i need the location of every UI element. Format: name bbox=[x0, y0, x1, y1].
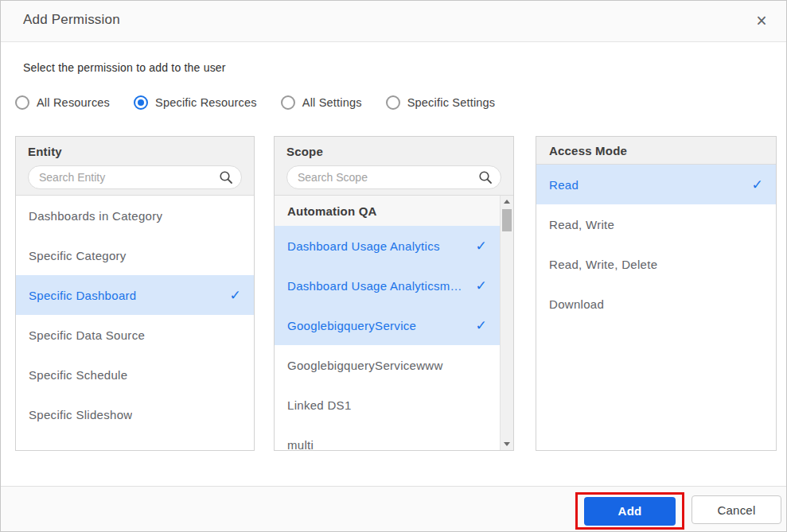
search-icon bbox=[219, 170, 233, 184]
cancel-button[interactable]: Cancel bbox=[692, 495, 781, 524]
entity-search-input[interactable] bbox=[28, 165, 242, 189]
list-item-selected[interactable]: GooglebigqueryService ✓ bbox=[275, 305, 500, 345]
list-item[interactable]: Specific Category bbox=[16, 235, 254, 275]
access-mode-panel: Access Mode Read ✓ Read, Write Read, Wri… bbox=[536, 136, 777, 451]
add-permission-dialog: Add Permission × Select the permission t… bbox=[0, 0, 787, 532]
radio-all-settings[interactable]: All Settings bbox=[281, 95, 362, 110]
list-item[interactable]: Dashboards in Category bbox=[16, 196, 254, 235]
access-mode-panel-title: Access Mode bbox=[536, 137, 776, 165]
scope-panel-header: Scope bbox=[275, 137, 513, 196]
radio-label: All Resources bbox=[37, 96, 110, 109]
permission-type-radio-group: All Resources Specific Resources All Set… bbox=[15, 93, 495, 112]
dialog-subtitle: Select the permission to add to the user bbox=[23, 61, 226, 74]
radio-icon bbox=[15, 95, 29, 110]
scope-search bbox=[286, 165, 501, 189]
dialog-footer: Add Cancel bbox=[1, 486, 786, 531]
check-icon: ✓ bbox=[475, 278, 487, 294]
entity-list: Dashboards in Category Specific Category… bbox=[16, 196, 254, 450]
radio-label: Specific Settings bbox=[407, 96, 496, 109]
list-item[interactable]: Specific Data Source bbox=[16, 315, 254, 355]
scope-search-input[interactable] bbox=[286, 165, 501, 189]
scrollbar-up-arrow-icon[interactable] bbox=[501, 196, 513, 208]
entity-panel-header: Entity bbox=[16, 137, 254, 196]
list-item[interactable]: Download bbox=[536, 284, 776, 324]
list-item-selected[interactable]: Dashboard Usage Analyticsm… ✓ bbox=[275, 266, 500, 305]
check-icon: ✓ bbox=[229, 287, 241, 304]
list-item[interactable]: Read, Write, Delete bbox=[536, 244, 776, 284]
check-icon: ✓ bbox=[751, 177, 763, 193]
check-icon: ✓ bbox=[475, 238, 487, 254]
scrollbar-thumb[interactable] bbox=[502, 209, 512, 231]
list-item[interactable]: Specific Slideshow bbox=[16, 394, 254, 434]
radio-selected-icon bbox=[134, 95, 148, 110]
entity-panel-title: Entity bbox=[28, 145, 242, 158]
list-item-selected[interactable]: Dashboard Usage Analytics ✓ bbox=[275, 226, 500, 266]
list-item-selected[interactable]: Specific Dashboard ✓ bbox=[16, 275, 254, 315]
radio-label: Specific Resources bbox=[155, 96, 257, 109]
add-button[interactable]: Add bbox=[584, 497, 676, 526]
radio-label: All Settings bbox=[302, 96, 362, 109]
entity-panel: Entity Dashboards in Category Specific C… bbox=[15, 136, 255, 451]
scope-panel-title: Scope bbox=[286, 145, 501, 158]
scope-scrollbar[interactable] bbox=[500, 196, 513, 450]
radio-specific-resources[interactable]: Specific Resources bbox=[134, 95, 257, 110]
annotation-highlight-box: Add bbox=[575, 492, 684, 530]
radio-icon bbox=[386, 95, 400, 110]
list-item[interactable]: multi bbox=[275, 425, 500, 450]
close-icon[interactable]: × bbox=[750, 9, 773, 33]
list-item-selected[interactable]: Read ✓ bbox=[536, 165, 776, 204]
list-item[interactable]: Read, Write bbox=[536, 204, 776, 244]
radio-all-resources[interactable]: All Resources bbox=[15, 95, 110, 110]
radio-icon bbox=[281, 95, 295, 110]
scope-group-header: Automation QA bbox=[275, 196, 500, 226]
list-item[interactable]: Linked DS1 bbox=[275, 385, 500, 425]
radio-specific-settings[interactable]: Specific Settings bbox=[386, 95, 496, 110]
list-item[interactable]: Specific Schedule bbox=[16, 355, 254, 394]
dialog-header: Add Permission × bbox=[1, 1, 786, 42]
scope-panel: Scope Automation QA Dashboard Usage Anal… bbox=[274, 136, 514, 451]
list-item[interactable]: GooglebigqueryServicewww bbox=[275, 345, 500, 385]
entity-search bbox=[28, 165, 242, 189]
dialog-title: Add Permission bbox=[23, 12, 120, 28]
access-mode-list: Read ✓ Read, Write Read, Write, Delete D… bbox=[536, 165, 776, 450]
scope-list: Automation QA Dashboard Usage Analytics … bbox=[275, 196, 500, 450]
search-icon bbox=[478, 170, 493, 184]
scrollbar-down-arrow-icon[interactable] bbox=[501, 438, 513, 450]
check-icon: ✓ bbox=[475, 317, 487, 334]
